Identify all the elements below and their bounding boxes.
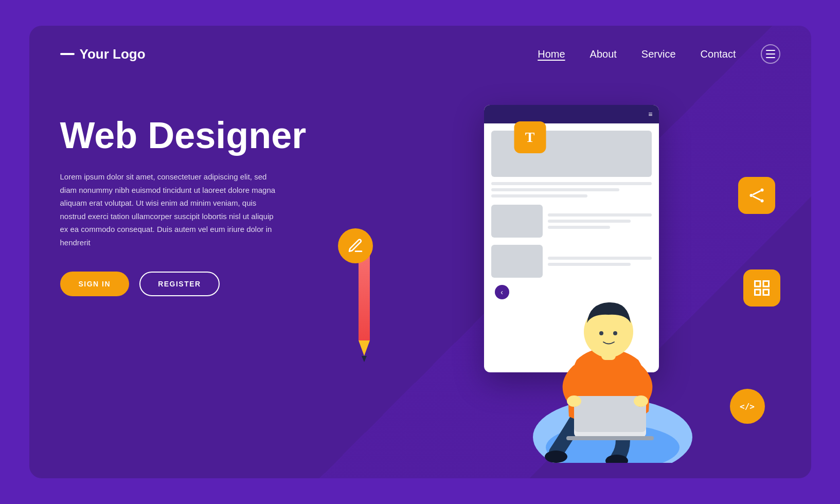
svg-point-2 xyxy=(760,200,763,203)
right-section: ≡ xyxy=(328,95,780,465)
svg-line-3 xyxy=(753,191,760,195)
nav-links: Home About Service Contact xyxy=(538,44,780,64)
text-type-icon: T xyxy=(514,121,546,153)
logo-dash xyxy=(60,53,75,55)
hamburger-line-3 xyxy=(766,57,775,58)
browser-text-lines xyxy=(491,182,652,197)
page-frame: Your Logo Home About Service Contact Web… xyxy=(29,26,811,478)
browser-card-line-1 xyxy=(548,213,651,217)
character-svg xyxy=(515,247,710,463)
left-section: Web Designer Lorem ipsum dolor sit amet,… xyxy=(60,95,328,296)
logo: Your Logo xyxy=(60,46,146,62)
hamburger-menu[interactable] xyxy=(761,44,780,64)
nav-service[interactable]: Service xyxy=(641,48,676,60)
register-button[interactable]: REGISTER xyxy=(139,272,220,296)
signin-button[interactable]: SIGN IN xyxy=(60,272,130,296)
svg-point-1 xyxy=(760,189,763,192)
nav-home[interactable]: Home xyxy=(538,48,565,60)
svg-rect-6 xyxy=(763,281,769,287)
grid-icon xyxy=(743,269,780,307)
pen-icon xyxy=(338,228,373,263)
character-illustration xyxy=(515,247,710,465)
svg-point-17 xyxy=(634,395,648,407)
nav-contact[interactable]: Contact xyxy=(701,48,736,60)
svg-rect-8 xyxy=(763,290,769,295)
browser-card-text xyxy=(548,205,651,238)
browser-line-1 xyxy=(491,182,652,185)
browser-line-2 xyxy=(491,188,620,191)
browser-card xyxy=(491,205,543,238)
hero-title: Web Designer xyxy=(60,115,328,156)
svg-rect-7 xyxy=(755,290,760,295)
navbar: Your Logo Home About Service Contact xyxy=(29,26,811,74)
browser-card-line-3 xyxy=(548,226,610,229)
svg-rect-5 xyxy=(755,281,760,287)
node-icon xyxy=(738,177,775,214)
svg-point-11 xyxy=(545,451,567,463)
svg-point-16 xyxy=(567,395,581,407)
pencil-tip xyxy=(359,340,370,356)
svg-point-0 xyxy=(749,194,753,197)
browser-nav-arrow[interactable]: ‹ xyxy=(495,285,509,299)
browser-two-col xyxy=(491,205,652,238)
pencil-point xyxy=(362,356,367,362)
svg-point-20 xyxy=(599,331,603,335)
browser-line-3 xyxy=(491,194,587,197)
pencil-decoration xyxy=(359,249,370,362)
hamburger-line-2 xyxy=(766,53,775,55)
code-icon-label: </> xyxy=(740,402,755,411)
button-group: SIGN IN REGISTER xyxy=(60,272,328,296)
browser-menu-icon: ≡ xyxy=(648,110,652,118)
browser-header: ≡ xyxy=(484,105,659,123)
svg-rect-15 xyxy=(566,436,654,440)
code-icon: </> xyxy=(730,389,765,424)
logo-text: Your Logo xyxy=(80,46,146,62)
hamburger-line-1 xyxy=(766,50,775,51)
browser-card-line-2 xyxy=(548,220,631,223)
nav-about[interactable]: About xyxy=(590,48,617,60)
main-content: Web Designer Lorem ipsum dolor sit amet,… xyxy=(29,74,811,475)
hero-description: Lorem ipsum dolor sit amet, consectetuer… xyxy=(60,170,276,249)
svg-point-21 xyxy=(613,331,617,335)
svg-line-4 xyxy=(753,196,760,201)
